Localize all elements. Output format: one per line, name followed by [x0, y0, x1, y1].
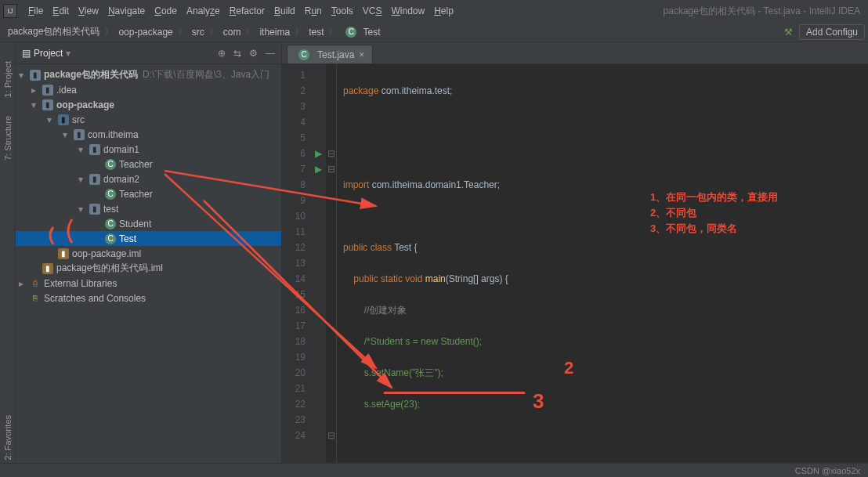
menu-file[interactable]: File [24, 2, 48, 20]
tree-root[interactable]: ▾▮package包的相关代码D:\下载\百度网盘\3、Java入门 [16, 67, 281, 82]
menu-view[interactable]: View [74, 2, 103, 20]
hide-icon[interactable]: — [266, 48, 275, 59]
crumb-class[interactable]: CTest [338, 25, 385, 39]
menu-vcs[interactable]: VCS [358, 2, 387, 20]
menu-code[interactable]: Code [150, 2, 182, 20]
tree-src[interactable]: ▾▮src [16, 112, 281, 127]
target-icon[interactable]: ⊕ [218, 48, 226, 59]
menubar: IJ File Edit View Navigate Code Analyze … [0, 0, 868, 22]
statusbar [0, 463, 868, 477]
editor-tabbar: C Test.java × [282, 42, 868, 64]
crumb-com[interactable]: com [219, 25, 246, 39]
tree-oop[interactable]: ▾▮oop-package [16, 97, 281, 112]
collapse-icon[interactable]: ⇆ [233, 48, 241, 59]
menu-window[interactable]: Window [386, 2, 429, 20]
editor-area: C Test.java × 12345678910111213141516171… [282, 42, 868, 463]
editor-tab-label: Test.java [317, 49, 354, 60]
main-area: 1: Project 7: Structure 2: Favorites ▤Pr… [0, 42, 868, 463]
tree-domain1[interactable]: ▾▮domain1 [16, 142, 281, 157]
class-icon: C [298, 49, 309, 60]
menu-tools[interactable]: Tools [327, 2, 358, 20]
tree-student[interactable]: CStudent [16, 216, 281, 231]
red-mark-2: 2 [564, 360, 573, 376]
tree-test[interactable]: ▾▮test [16, 201, 281, 216]
close-icon[interactable]: × [359, 49, 364, 60]
editor-tab-test[interactable]: C Test.java × [287, 45, 373, 63]
menu-navigate[interactable]: Navigate [103, 2, 150, 20]
red-mark-3: 3 [533, 393, 544, 409]
annotation-1: 1、在同一包内的类，直接用 [650, 190, 778, 205]
tree-iml-root[interactable]: ▮package包的相关代码.iml [16, 261, 281, 276]
side-tab-structure[interactable]: 7: Structure [2, 113, 14, 164]
add-configuration-button[interactable]: Add Configu [799, 24, 865, 40]
tree-test-class[interactable]: CTest [16, 231, 281, 246]
crumb-test[interactable]: test [304, 25, 328, 39]
side-tab-favorites[interactable]: 2: Favorites [2, 412, 14, 463]
menu-refactor[interactable]: Refactor [225, 2, 269, 20]
tree-scratches[interactable]: ⎘Scratches and Consoles [16, 291, 281, 305]
red-underline [384, 392, 525, 394]
project-panel-header: ▤Project ▾ ⊕ ⇆ ⚙ — [16, 42, 281, 64]
code-area[interactable]: package com.itheima.test; import com.ith… [337, 64, 868, 463]
gear-icon[interactable]: ⚙ [249, 48, 258, 59]
tree-pkg[interactable]: ▾▮com.itheima [16, 127, 281, 142]
project-tree[interactable]: ▾▮package包的相关代码D:\下载\百度网盘\3、Java入门 ▸▮.id… [16, 64, 281, 463]
tree-idea[interactable]: ▸▮.idea [16, 82, 281, 97]
toolbar-right: ⚒ Add Configu [784, 24, 865, 40]
crumb-module[interactable]: oop-package [114, 25, 177, 39]
side-tab-project[interactable]: 1: Project [2, 58, 14, 100]
crumb-root[interactable]: package包的相关代码 [3, 23, 104, 40]
crumb-itheima[interactable]: itheima [255, 25, 295, 39]
project-icon: ▤ [22, 48, 31, 59]
project-title[interactable]: Project [34, 48, 63, 59]
menu-help[interactable]: Help [429, 2, 458, 20]
tree-d1-teacher[interactable]: CTeacher [16, 157, 281, 172]
app-logo: IJ [3, 4, 17, 18]
tree-d2-teacher[interactable]: CTeacher [16, 186, 281, 201]
menu-build[interactable]: Build [269, 2, 300, 20]
left-tool-tabs: 1: Project 7: Structure 2: Favorites [0, 42, 16, 463]
breadcrumb: package包的相关代码〉 oop-package〉 src〉 com〉 it… [0, 22, 868, 42]
tree-domain2[interactable]: ▾▮domain2 [16, 172, 281, 186]
crumb-src[interactable]: src [187, 25, 209, 39]
tree-iml-oop[interactable]: ▮oop-package.iml [16, 246, 281, 261]
menu-analyze[interactable]: Analyze [182, 2, 225, 20]
build-icon[interactable]: ⚒ [784, 27, 793, 38]
annotation-2: 2、不同包 [650, 205, 696, 221]
menu-run[interactable]: Run [300, 2, 327, 20]
watermark: CSDN @xiao52x [795, 466, 860, 475]
annotation-3: 3、不同包，同类名 [650, 221, 737, 237]
project-panel: ▤Project ▾ ⊕ ⇆ ⚙ — ▾▮package包的相关代码D:\下载\… [16, 42, 282, 463]
editor-body[interactable]: 123456789101112131415161718192021222324 … [282, 64, 868, 463]
window-title: package包的相关代码 - Test.java - IntelliJ IDE… [664, 5, 865, 18]
tree-ext-libs[interactable]: ▸⎙External Libraries [16, 276, 281, 291]
gutter-folding[interactable]: ⊟⊟ ⊟ [326, 64, 337, 463]
gutter-line-numbers: 123456789101112131415161718192021222324 [282, 64, 310, 463]
menu-edit[interactable]: Edit [48, 2, 74, 20]
gutter-run-markers[interactable]: ▶▶ [310, 64, 326, 463]
